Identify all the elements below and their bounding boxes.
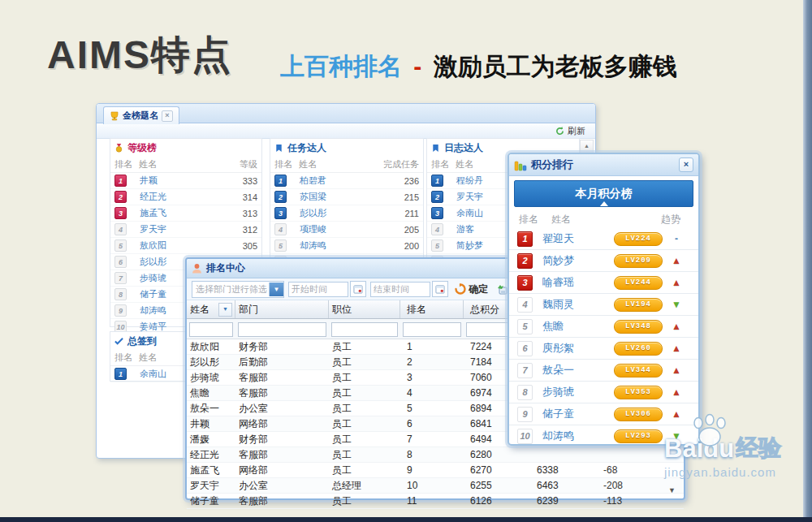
list-item[interactable]: 1柏碧君236 (270, 173, 423, 189)
level-badge: LV353 (614, 386, 663, 399)
header-dept[interactable]: 部门 (235, 300, 329, 318)
tab-close-icon[interactable] (162, 110, 173, 122)
confirm-swirl-icon (455, 283, 466, 295)
rank-badge: 5 (274, 239, 287, 252)
member-name[interactable]: 储子童 (542, 407, 614, 421)
subtitle-highlight: 上百种排名 (280, 53, 402, 80)
confirm-button[interactable]: 确定 (452, 283, 490, 296)
col-name: 姓名 (139, 158, 212, 170)
tab-bar: 金榜题名 (97, 104, 595, 123)
member-value: 313 (212, 209, 257, 218)
start-date-input[interactable] (288, 282, 348, 297)
points-row[interactable]: 8步骑琥LV353▲ (509, 382, 698, 403)
list-item[interactable]: 5却涛鸣200 (270, 238, 423, 254)
board-title-text: 任务达人 (287, 141, 326, 155)
rank-badge: 2 (274, 191, 287, 203)
filter-title-input[interactable] (331, 322, 398, 337)
member-name[interactable]: 却涛鸣 (542, 429, 614, 443)
member-name[interactable]: 翟迎天 (542, 231, 614, 246)
rank-badge: 3 (431, 207, 443, 219)
filter-dept-input[interactable] (238, 322, 326, 337)
department-filter-select[interactable]: 选择部门进行筛选 (192, 281, 284, 298)
task-board-header: 排名 姓名 完成任务 (270, 157, 423, 173)
col-rank: 排名 (114, 158, 139, 170)
member-name[interactable]: 却涛鸣 (300, 239, 374, 252)
member-name[interactable]: 步骑琥 (542, 385, 614, 399)
rank-badge: 5 (114, 239, 127, 252)
member-name[interactable]: 施孟飞 (140, 207, 212, 219)
header-rank[interactable]: 排名 (400, 300, 464, 318)
member-name[interactable]: 喻睿瑶 (542, 275, 614, 290)
member-name[interactable]: 敖欣阳 (140, 239, 212, 252)
page-bottom-border (0, 517, 812, 522)
level-badge: LV260 (614, 342, 663, 356)
member-name[interactable]: 项理峻 (300, 223, 374, 235)
member-name[interactable]: 井颖 (140, 175, 212, 187)
level-badge: LV306 (614, 408, 663, 421)
rank-badge: 4 (517, 297, 533, 313)
list-item[interactable]: 2经正光314 (110, 189, 261, 205)
list-item[interactable]: 1井颖333 (110, 173, 261, 189)
scroll-up-icon[interactable]: ▲ (581, 140, 593, 153)
member-name[interactable]: 敖朵一 (542, 363, 614, 377)
filter-rank-input[interactable] (403, 322, 461, 337)
header-name[interactable]: 姓名 (187, 300, 235, 318)
member-name[interactable]: 魏雨灵 (542, 297, 614, 312)
rank-badge: 1 (274, 175, 287, 187)
main-toolbar: 刷新 (97, 123, 595, 139)
page-right-border (803, 0, 812, 522)
calendar-icon[interactable] (432, 281, 448, 297)
points-row[interactable]: 6庾彤絮LV260▲ (509, 338, 698, 360)
subtitle-rest: 激励员工为老板多赚钱 (434, 53, 677, 80)
header-title[interactable]: 职位 (329, 300, 400, 318)
member-name[interactable]: 苏国梁 (300, 191, 374, 203)
list-item[interactable]: 3彭以彤211 (270, 205, 423, 222)
refresh-button[interactable]: 刷新 (568, 125, 585, 137)
rank-badge: 6 (114, 256, 127, 268)
points-row[interactable]: 4魏雨灵LV194▼ (509, 294, 698, 316)
member-name[interactable]: 简妙梦 (542, 253, 614, 268)
table-row[interactable]: 储子童客服部员工1161266239-113 (187, 494, 684, 509)
table-row[interactable]: 经正光客服部员工86280 (187, 447, 684, 463)
col-rank: 排名 (519, 213, 551, 226)
more-rows-icon[interactable] (668, 486, 676, 494)
member-name[interactable]: 庾彤絮 (542, 341, 614, 356)
tab-gold-list[interactable]: 金榜题名 (103, 106, 179, 124)
member-name[interactable]: 柏碧君 (300, 175, 374, 187)
end-date-input[interactable] (370, 282, 430, 297)
table-row[interactable]: 施孟飞网络部员工962706338-68 (187, 463, 684, 478)
member-name[interactable]: 焦瞻 (542, 319, 614, 334)
list-item[interactable]: 3施孟飞313 (110, 205, 261, 222)
member-value: 312 (212, 225, 257, 235)
points-row[interactable]: 3喻睿瑶LV244▲ (509, 272, 698, 294)
list-item[interactable]: 4罗天宇312 (110, 222, 261, 238)
rank-badge: 5 (431, 239, 443, 252)
rank-badge: 1 (114, 368, 127, 380)
member-name[interactable]: 罗天宇 (140, 223, 212, 235)
list-item[interactable]: 2苏国梁215 (270, 189, 423, 205)
points-row[interactable]: 5焦瞻LV348▲ (509, 316, 698, 338)
list-item[interactable]: 4项理峻205 (270, 222, 423, 238)
calendar-icon[interactable] (350, 281, 366, 297)
trend-icon: ▲ (663, 343, 690, 354)
rank-badge: 9 (114, 304, 127, 317)
filter-name-input[interactable] (189, 322, 233, 337)
list-item[interactable]: 5敖欣阳305 (110, 238, 261, 254)
member-name[interactable]: 经正光 (140, 191, 212, 203)
member-value: 200 (374, 241, 419, 251)
col-name: 姓名 (551, 213, 661, 226)
points-row[interactable]: 1翟迎天LV224- (509, 228, 698, 250)
chevron-down-icon[interactable] (269, 283, 283, 296)
close-icon[interactable] (679, 157, 693, 172)
sort-down-icon[interactable] (218, 303, 232, 317)
member-value: 211 (374, 209, 419, 218)
points-row[interactable]: 2简妙梦LV209▲ (509, 250, 698, 272)
points-row[interactable]: 7敖朵一LV344▲ (509, 360, 698, 382)
member-value: 215 (374, 192, 419, 202)
points-panel-title: 积分排行 (531, 157, 573, 172)
rank-badge: 10 (517, 429, 533, 444)
points-row[interactable]: 9储子童LV306▲ (509, 403, 698, 425)
level-badge: LV224 (614, 232, 663, 246)
member-name[interactable]: 彭以彤 (300, 207, 374, 219)
table-row[interactable]: 罗天宇办公室总经理1062556463-208 (187, 478, 684, 494)
